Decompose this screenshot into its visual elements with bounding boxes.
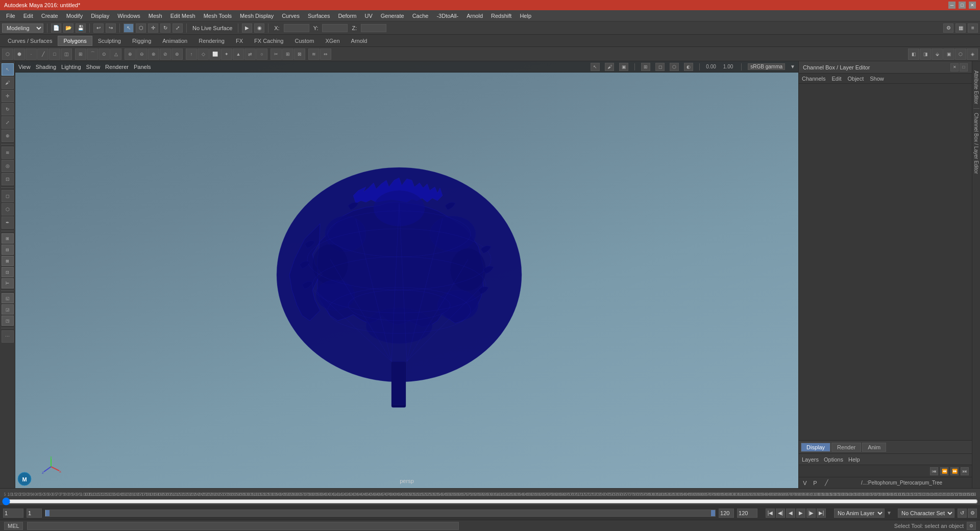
smooth-mesh-btn[interactable]: ⬡ [955,49,966,60]
cb-close-btn[interactable]: ✕ [950,63,959,71]
left-stacked-4[interactable]: ⊡ [2,267,14,277]
minimize-button[interactable]: ─ [948,2,955,9]
help-menu[interactable]: Help [848,456,860,463]
attribute-editor-tab[interactable]: Attribute Editor [973,66,979,108]
menu-deform[interactable]: Deform [334,12,360,20]
timeline-ruler[interactable]: 5101520253035404550556065707580859095100… [0,489,980,497]
options-menu[interactable]: Options [824,456,843,463]
connect-btn[interactable]: ⊞ [282,49,293,60]
left-stacked-1[interactable]: ⊞ [2,233,14,244]
maximize-button[interactable]: □ [959,2,966,9]
range-end-handle[interactable] [711,510,715,516]
target-weld-btn[interactable]: ⊠ [294,49,305,60]
menu-edit[interactable]: Edit [19,12,37,20]
new-file-btn[interactable]: 📄 [51,23,61,33]
snap-to-curve-btn[interactable]: ⌒ [87,49,98,60]
menu-help[interactable]: Help [516,12,535,20]
lasso-select-btn[interactable]: ⬡ [136,23,146,33]
bridge-btn[interactable]: ⊘ [160,49,171,60]
channel-box-layer-tab[interactable]: Channel Box / Layer Editor [973,109,979,178]
menu-create[interactable]: Create [37,12,62,20]
move-btn[interactable]: ✛ [2,90,14,102]
dra-tab-display[interactable]: Display [801,443,830,452]
symmetry-btn[interactable]: ⇔ [320,49,331,60]
select-tool-btn[interactable]: ↖ [124,23,134,33]
menu-modify[interactable]: Modify [62,12,87,20]
settings-playback-btn[interactable]: ⚙ [968,509,977,518]
tab-fx-caching[interactable]: FX Caching [249,36,289,46]
layer-next-btn[interactable]: ⏩ [950,467,959,475]
scale-btn[interactable]: ⤢ [2,116,14,129]
scale-tool-btn[interactable]: ⤢ [173,23,183,33]
shelf-btn[interactable]: ≡ [968,23,978,33]
bridge2-btn[interactable]: ⇌ [244,49,256,60]
mode-selector[interactable]: Modeling Rigging Animation FX Rendering [2,23,43,33]
layer-p[interactable]: P [811,478,819,488]
menu-arnold[interactable]: Arnold [462,12,487,20]
cb-tab-edit[interactable]: Edit [831,76,841,82]
bevel-btn[interactable]: ◇ [198,49,209,60]
vp-gamma-label[interactable]: sRGB gamma [748,63,785,70]
vp-grid-btn[interactable]: ⊞ [641,63,650,71]
play-back-btn[interactable]: ◀ [786,509,795,518]
component-mode-btn[interactable]: ⬢ [14,49,25,60]
mel-indicator[interactable]: MEL [4,522,23,530]
snap-to-point-btn[interactable]: ⊙ [99,49,110,60]
menu-uv[interactable]: UV [360,12,376,20]
anim-layer-select[interactable]: No Anim Layer [834,509,885,518]
goto-start-btn[interactable]: |◀ [766,509,775,518]
left-stacked-3[interactable]: ⊠ [2,256,14,266]
paint-effects-btn[interactable]: ✒ [2,216,14,229]
menu-surfaces[interactable]: Surfaces [304,12,334,20]
tab-polygons[interactable]: Polygons [58,36,92,46]
sculpt-btn[interactable]: ⬡ [2,203,14,215]
move-tool-btn[interactable]: ✛ [148,23,158,33]
soft-select-left-btn[interactable]: ≋ [2,147,14,159]
snap-to-mesh-btn[interactable]: △ [110,49,121,60]
isolate-select-btn[interactable]: ⬙ [932,49,943,60]
menu-display[interactable]: Display [87,12,113,20]
combine-btn[interactable]: ⊕ [125,49,136,60]
universal-manip-btn[interactable]: ⊕ [2,130,14,142]
vp-select-btn[interactable]: ↖ [591,63,600,71]
menu-mesh-tools[interactable]: Mesh Tools [200,12,236,20]
panel-btn[interactable]: ▦ [955,23,966,33]
menu-generate[interactable]: Generate [377,12,408,20]
left-stacked-2[interactable]: ⊟ [2,245,14,255]
vp-panels-menu[interactable]: Panels [134,64,151,70]
y-input[interactable] [322,24,348,32]
extrude-btn[interactable]: ↑ [186,49,197,60]
status-settings-btn[interactable]: ⚙ [967,522,976,530]
cb-expand-btn[interactable]: □ [960,63,968,71]
menu-redshift[interactable]: Redshift [487,12,516,20]
custom-tool-btn[interactable]: ⊡ [2,173,14,185]
menu-windows[interactable]: Windows [113,12,144,20]
rotate-btn[interactable]: ↻ [2,103,14,115]
separate-btn[interactable]: ⊖ [136,49,148,60]
paint-select-btn[interactable]: 🖌 [2,77,14,89]
save-file-btn[interactable]: 💾 [76,23,86,33]
vp-xray-btn[interactable]: ▣ [619,63,628,71]
select-btn[interactable]: ↖ [2,63,14,76]
cb-tab-channels[interactable]: Channels [802,76,825,82]
z-input[interactable] [361,24,386,32]
inset-btn[interactable]: ⬜ [209,49,220,60]
merge-btn[interactable]: ⊚ [172,49,183,60]
snap-to-grid-btn[interactable]: ⊞ [75,49,86,60]
open-file-btn[interactable]: 📂 [63,23,74,33]
object-mode-btn[interactable]: ⬡ [2,49,13,60]
goto-end-btn[interactable]: ▶| [817,509,826,518]
max-frame-input[interactable] [737,509,757,518]
extras-btn[interactable]: ⋯ [2,330,14,343]
left-stacked-5[interactable]: ⊢ [2,278,14,288]
rotate-tool-btn[interactable]: ↻ [160,23,170,33]
dra-tab-render[interactable]: Render [831,443,861,452]
redo-btn[interactable]: ↪ [106,23,116,33]
vp-lighting-menu[interactable]: Lighting [61,64,81,70]
range-start-input[interactable] [27,509,42,518]
tab-custom[interactable]: Custom [289,36,320,46]
wedge-btn[interactable]: ▲ [233,49,244,60]
menu-3dtoll[interactable]: -3DtoAll- [432,12,462,20]
layer-v[interactable]: V [801,478,809,488]
menu-curves[interactable]: Curves [278,12,304,20]
